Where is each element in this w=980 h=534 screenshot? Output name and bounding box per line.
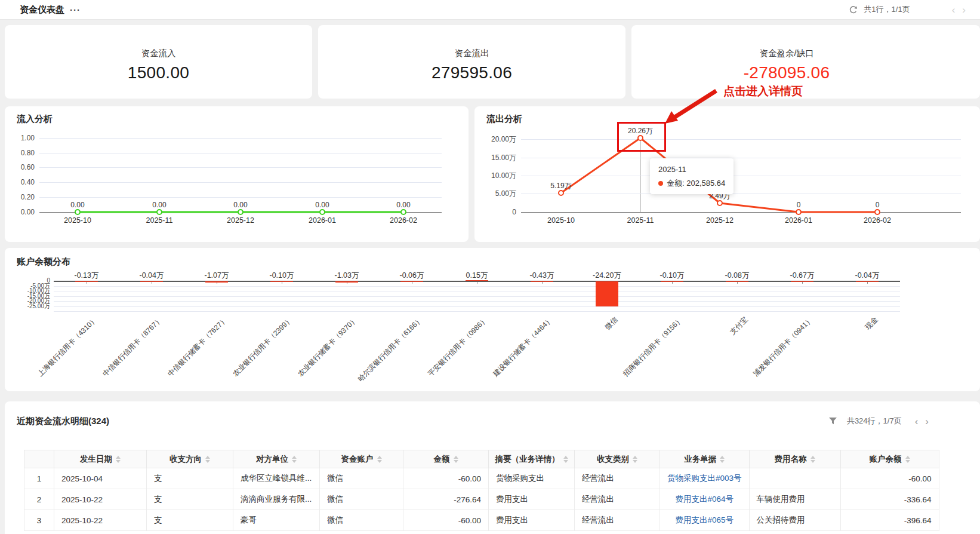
table-prev-page-icon[interactable]: ‹ xyxy=(914,416,920,426)
balance-bar[interactable] xyxy=(75,281,98,282)
doc-link[interactable]: 费用支出#064号 xyxy=(676,495,734,504)
gridline xyxy=(39,153,442,154)
point-label: 0.00 xyxy=(377,201,430,210)
cell-balance: -336.64 xyxy=(840,489,939,510)
kpi-card-inflow[interactable]: 资金流入 1500.00 xyxy=(5,25,312,99)
tooltip-title: 2025-11 xyxy=(658,164,725,174)
balance-bar[interactable] xyxy=(661,281,683,282)
y-axis-label: -25.00万 xyxy=(7,303,50,309)
account-label: 农业银行储蓄卡（9370） xyxy=(296,315,360,379)
inflow-chart-title: 流入分析 xyxy=(17,113,53,125)
refresh-icon[interactable] xyxy=(849,5,858,14)
bar-value-label: -0.43万 xyxy=(515,271,569,281)
tooltip-value: 金额: 202,585.64 xyxy=(667,179,725,188)
col-header-fee[interactable]: 费用名称 xyxy=(749,450,840,468)
balance-bar[interactable] xyxy=(335,281,358,283)
cell-account: 微信 xyxy=(320,489,403,510)
x-axis-label: 2026-01 xyxy=(295,216,349,225)
kpi-label: 资金流出 xyxy=(318,48,625,59)
x-axis-label: 2025-11 xyxy=(132,216,186,225)
sort-icon[interactable] xyxy=(905,456,910,463)
outflow-data-point[interactable] xyxy=(717,201,722,205)
next-page-icon[interactable]: › xyxy=(961,5,967,15)
cell-amount: -276.64 xyxy=(403,489,489,510)
col-header-dir[interactable]: 收支方向 xyxy=(147,450,233,468)
cell-category: 经营流出 xyxy=(575,468,660,489)
axis-tick xyxy=(477,281,477,284)
balance-bar[interactable] xyxy=(270,281,293,282)
cell-balance: -396.64 xyxy=(840,510,939,531)
balance-bar[interactable] xyxy=(791,281,813,282)
sort-icon[interactable] xyxy=(633,456,637,463)
sort-icon[interactable] xyxy=(292,456,297,463)
cell-doc: 费用支出#064号 xyxy=(660,489,750,510)
kpi-label: 资金盈余/缺口 xyxy=(631,48,942,59)
y-axis-label: 0.20 xyxy=(7,192,35,202)
balance-bar[interactable] xyxy=(596,281,618,306)
col-header-balance[interactable]: 账户余额 xyxy=(840,450,939,468)
sort-icon[interactable] xyxy=(810,456,815,463)
doc-link[interactable]: 货物采购支出#003号 xyxy=(667,474,742,483)
cell-dir: 支 xyxy=(147,489,233,510)
y-axis-label: 0.60 xyxy=(7,162,35,172)
balance-bar[interactable] xyxy=(726,281,748,282)
col-header-date[interactable]: 发生日期 xyxy=(54,450,147,468)
cell-date: 2025-10-22 xyxy=(54,510,147,531)
top-bar: 资金仪表盘 ··· 共1行，1/1页 ‹ › xyxy=(0,0,980,20)
prev-page-icon[interactable]: ‹ xyxy=(951,5,957,15)
balance-bar[interactable] xyxy=(531,281,553,282)
bar-value-label: -0.10万 xyxy=(645,271,699,281)
table-next-page-icon[interactable]: › xyxy=(924,416,930,426)
gridline xyxy=(521,176,961,176)
col-label: 资金账户 xyxy=(341,454,374,465)
sort-icon[interactable] xyxy=(563,456,568,463)
table-row[interactable]: 12025-10-04支成华区立峰锁具维...微信-60.00货物采购支出经营流… xyxy=(24,468,939,489)
sort-icon[interactable] xyxy=(205,456,210,463)
cell-date: 2025-10-04 xyxy=(54,468,147,489)
gridline xyxy=(39,212,442,213)
col-label: 摘要（业务详情） xyxy=(495,454,560,465)
col-header-category[interactable]: 收支类别 xyxy=(575,450,660,468)
x-axis-label: 2025-11 xyxy=(614,216,667,225)
balance-bar[interactable] xyxy=(856,281,879,282)
bar-value-label: -1.07万 xyxy=(190,271,244,281)
col-header-account[interactable]: 资金账户 xyxy=(320,450,403,468)
cell-num: 3 xyxy=(24,510,54,531)
sort-icon[interactable] xyxy=(377,456,382,463)
cell-party: 滴滴商业服务有限... xyxy=(233,489,320,510)
cell-doc: 费用支出#065号 xyxy=(660,510,750,531)
cell-fee: 车辆使用费用 xyxy=(749,489,840,510)
flow-table: 发生日期收支方向对方单位资金账户金额摘要（业务详情）收支类别业务单据费用名称账户… xyxy=(24,450,939,531)
table-controls: 共324行，1/7页 ‹ › xyxy=(828,416,930,426)
bar-value-label: 0.15万 xyxy=(450,271,504,281)
table-pagination: 共324行，1/7页 xyxy=(847,416,902,426)
col-header-amount[interactable]: 金额 xyxy=(403,450,489,468)
x-axis-label: 2026-02 xyxy=(850,216,904,225)
filter-icon[interactable] xyxy=(828,417,837,425)
balance-bar[interactable] xyxy=(205,281,228,283)
balance-bar[interactable] xyxy=(466,280,488,281)
more-menu-icon[interactable]: ··· xyxy=(70,5,81,15)
page-title-wrap: 资金仪表盘 ··· xyxy=(20,4,81,16)
col-header-doc[interactable]: 业务单据 xyxy=(660,450,750,468)
y-axis-label: 10.00万 xyxy=(477,171,516,180)
sort-icon[interactable] xyxy=(720,456,725,463)
balance-bar[interactable] xyxy=(400,281,423,282)
sort-icon[interactable] xyxy=(116,456,121,463)
cell-date: 2025-10-22 xyxy=(54,489,147,510)
balance-chart-title: 账户余额分布 xyxy=(17,256,70,268)
table-card: 近期资金流水明细(324) 共324行，1/7页 ‹ › 发生日期收支方向对方单… xyxy=(5,401,980,534)
table-row[interactable]: 32025-10-22支豪哥微信-60.00费用支出经营流出费用支出#065号公… xyxy=(24,510,939,531)
gridline xyxy=(54,311,900,312)
kpi-card-outflow[interactable]: 资金流出 279595.06 xyxy=(318,25,625,99)
sort-icon[interactable] xyxy=(454,456,458,463)
col-header-party[interactable]: 对方单位 xyxy=(233,450,320,468)
balance-bar[interactable] xyxy=(140,281,163,282)
table-row[interactable]: 22025-10-22支滴滴商业服务有限...微信-276.64费用支出经营流出… xyxy=(24,489,939,510)
outflow-data-point[interactable] xyxy=(559,191,563,195)
kpi-card-surplus[interactable]: 资金盈余/缺口 -278095.06 xyxy=(631,25,980,99)
doc-link[interactable]: 费用支出#065号 xyxy=(676,515,734,524)
point-label: 0 xyxy=(772,201,825,210)
col-header-summary[interactable]: 摘要（业务详情） xyxy=(489,450,575,468)
kpi-label: 资金流入 xyxy=(5,48,312,59)
